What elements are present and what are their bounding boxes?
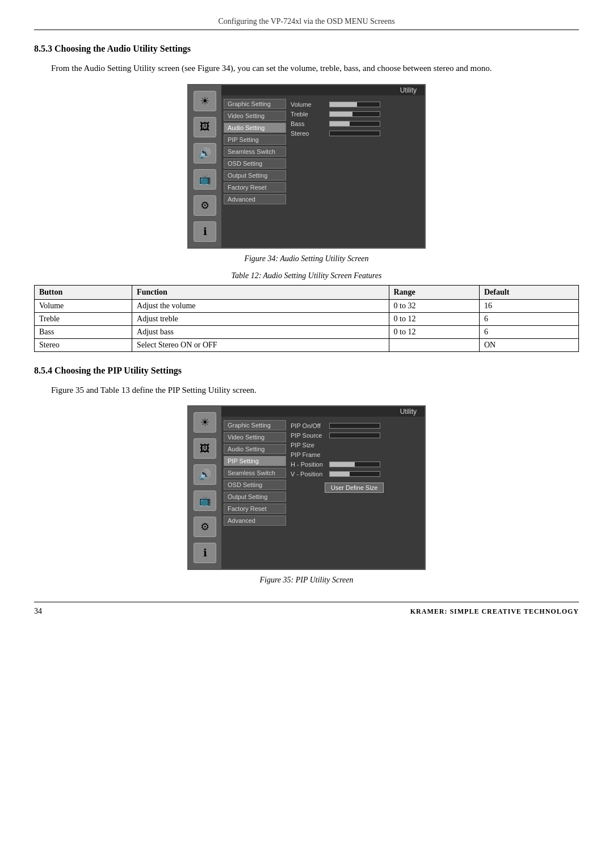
osd-pip-menu-osd: OSD Setting (224, 480, 286, 490)
osd-param-piponoff: PIP On/Off (291, 422, 418, 429)
osd-menu-advanced: Advanced (224, 194, 286, 204)
cell-function: Adjust bass (132, 325, 389, 338)
section-853-body: From the Audio Setting Utility screen (s… (51, 62, 579, 75)
cell-range: 0 to 32 (389, 299, 479, 312)
table-row: Volume Adjust the volume 0 to 32 16 (35, 299, 579, 312)
table-12-header-row: Button Function Range Default (35, 285, 579, 299)
cell-default: 6 (479, 325, 578, 338)
table-12-col-function: Function (132, 285, 389, 299)
osd-param-piponoff-box (329, 423, 380, 429)
cell-function: Adjust treble (132, 312, 389, 325)
osd-param-hposition-bar (329, 462, 380, 467)
page-footer: 34 KRAMER: SIMPLE CREATIVE TECHNOLOGY (34, 602, 579, 616)
table-row: Stereo Select Stereo ON or OFF ON (35, 338, 579, 351)
osd-menu-graphic: Graphic Setting (224, 99, 286, 109)
cell-button: Volume (35, 299, 132, 312)
osd-pip-menu-video: Video Setting (224, 432, 286, 442)
osd-param-piponoff-label: PIP On/Off (291, 422, 326, 429)
section-854: 8.5.4 Choosing the PIP Utility Settings … (34, 366, 579, 585)
osd-icon-6: ℹ (194, 221, 216, 242)
osd-param-pipframe-label: PIP Frame (291, 451, 326, 458)
osd-pip-menu-graphic: Graphic Setting (224, 420, 286, 430)
osd-param-stereo-label: Stereo (291, 130, 326, 137)
osd-title-bar-pip: Utility (221, 406, 425, 417)
osd-pip-menu-factory: Factory Reset (224, 504, 286, 514)
osd-icon-1: ☀ (194, 91, 216, 111)
table-12-col-range: Range (389, 285, 479, 299)
osd-param-treble-label: Treble (291, 111, 326, 118)
osd-param-stereo: Stereo (291, 130, 418, 137)
cell-button: Bass (35, 325, 132, 338)
osd-icon-2: 🖼 (194, 117, 216, 137)
osd-param-treble: Treble (291, 111, 418, 118)
osd-pip-menu-advanced: Advanced (224, 515, 286, 526)
osd-param-pipsize: PIP Size (291, 442, 418, 448)
osd-param-volume-label: Volume (291, 101, 326, 108)
cell-range (389, 338, 479, 351)
section-853: 8.5.3 Choosing the Audio Utility Setting… (34, 44, 579, 352)
osd-pip-icon-5: ⚙ (194, 517, 216, 537)
osd-param-hposition: H - Position (291, 461, 418, 468)
osd-param-bass: Bass (291, 120, 418, 127)
osd-params-audio: Volume Treble Bass (286, 99, 422, 244)
osd-menu-pip: PIP Setting (224, 135, 286, 145)
osd-params-pip: PIP On/Off PIP Source PIP Size PIP Frame (286, 420, 422, 565)
table-12-col-button: Button (35, 285, 132, 299)
osd-icon-5: ⚙ (194, 195, 216, 216)
osd-title-bar-audio: Utility (221, 85, 425, 95)
table-row: Treble Adjust treble 0 to 12 6 (35, 312, 579, 325)
osd-param-pipsource: PIP Source (291, 432, 418, 439)
section-853-number: 8.5.3 (34, 44, 52, 53)
cell-range: 0 to 12 (389, 312, 479, 325)
osd-userdefine-button: User Define Size (325, 483, 384, 493)
osd-pip-icon-panel: ☀ 🖼 🔊 📺 ⚙ ℹ (188, 406, 221, 569)
table-row: Bass Adjust bass 0 to 12 6 (35, 325, 579, 338)
section-854-number: 8.5.4 (34, 366, 52, 375)
osd-param-stereo-box (329, 131, 380, 136)
osd-param-userdefine: User Define Size (291, 483, 418, 493)
osd-param-volume-bar (329, 102, 380, 107)
osd-menu-output: Output Setting (224, 170, 286, 181)
osd-menu-audio: Audio Setting (224, 123, 286, 133)
osd-main-audio: Utility Graphic Setting Video Setting Au… (221, 85, 425, 248)
osd-menu-seamless: Seamless Switch (224, 146, 286, 157)
cell-function: Select Stereo ON or OFF (132, 338, 389, 351)
osd-screen-audio: ☀ 🖼 🔊 📺 ⚙ ℹ Utility Graphic Setting Vide… (187, 84, 426, 249)
osd-param-pipsize-label: PIP Size (291, 442, 326, 448)
cell-range: 0 to 12 (389, 325, 479, 338)
osd-param-pipframe: PIP Frame (291, 451, 418, 458)
osd-screen-pip: ☀ 🖼 🔊 📺 ⚙ ℹ Utility Graphic Setting Vide… (187, 405, 426, 570)
cell-button: Treble (35, 312, 132, 325)
section-854-title: Choosing the PIP Utility Settings (54, 366, 182, 375)
osd-param-vposition-bar (329, 471, 380, 477)
section-853-heading: 8.5.3 Choosing the Audio Utility Setting… (34, 44, 579, 54)
osd-pip-icon-6: ℹ (194, 543, 216, 563)
osd-content-audio: Graphic Setting Video Setting Audio Sett… (221, 95, 425, 248)
cell-default: 16 (479, 299, 578, 312)
footer-brand: KRAMER: SIMPLE CREATIVE TECHNOLOGY (410, 607, 579, 616)
osd-param-vposition-label: V - Position (291, 471, 326, 477)
osd-param-pipsource-box (329, 433, 380, 438)
osd-pip-menu-pip: PIP Setting (224, 456, 286, 466)
section-854-body: Figure 35 and Table 13 define the PIP Se… (51, 384, 579, 397)
osd-main-pip: Utility Graphic Setting Video Setting Au… (221, 406, 425, 569)
figure-35-caption: Figure 35: PIP Utility Screen (34, 576, 579, 585)
osd-menu-video: Video Setting (224, 111, 286, 121)
osd-param-treble-bar (329, 111, 380, 117)
section-854-heading: 8.5.4 Choosing the PIP Utility Settings (34, 366, 579, 376)
cell-button: Stereo (35, 338, 132, 351)
figure-34-caption: Figure 34: Audio Setting Utility Screen (34, 254, 579, 263)
table-12-caption: Table 12: Audio Setting Utility Screen F… (34, 271, 579, 280)
osd-menu-list-audio: Graphic Setting Video Setting Audio Sett… (224, 99, 286, 244)
osd-param-volume: Volume (291, 101, 418, 108)
osd-param-bass-bar (329, 121, 380, 127)
osd-icon-3: 🔊 (194, 143, 216, 163)
section-853-title: Choosing the Audio Utility Settings (54, 44, 191, 53)
osd-pip-icon-1: ☀ (194, 412, 216, 433)
cell-default: 6 (479, 312, 578, 325)
osd-menu-osd: OSD Setting (224, 158, 286, 169)
osd-icon-4: 📺 (194, 169, 216, 190)
osd-pip-menu-audio: Audio Setting (224, 444, 286, 454)
cell-default: ON (479, 338, 578, 351)
osd-icon-panel: ☀ 🖼 🔊 📺 ⚙ ℹ (188, 85, 221, 248)
